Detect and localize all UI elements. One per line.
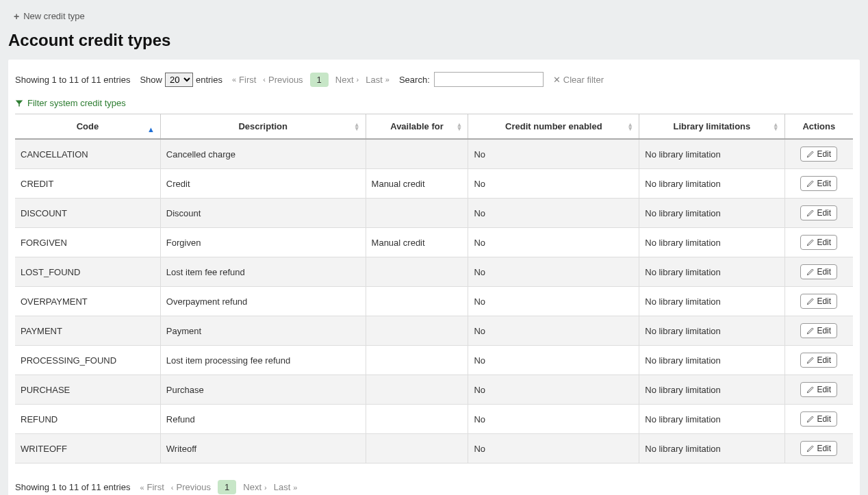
cell-library: No library limitation [639, 405, 784, 434]
pager-previous-bottom[interactable]: ‹ Previous [171, 482, 211, 492]
cell-code: PROCESSING_FOUND [15, 346, 160, 375]
chevron-left-icon: ‹ [171, 483, 174, 492]
page-size-select[interactable]: 20 [165, 73, 193, 87]
edit-button[interactable]: Edit [800, 411, 837, 427]
chevron-left-icon: ‹ [263, 75, 266, 84]
pager-first-bottom[interactable]: « First [140, 482, 164, 492]
edit-label: Edit [817, 296, 831, 306]
cell-description: Purchase [160, 375, 366, 405]
search-input[interactable] [434, 72, 544, 87]
table-row: PURCHASEPurchaseNoNo library limitationE… [15, 375, 853, 405]
edit-button[interactable]: Edit [800, 382, 837, 397]
cell-credit-number: No [468, 169, 639, 199]
chevron-double-right-icon: » [293, 483, 297, 492]
filter-icon [15, 99, 23, 107]
sort-asc-icon: ▲ [147, 125, 155, 133]
cell-code: PURCHASE [15, 375, 160, 405]
sort-icon: ▲▼ [773, 123, 779, 131]
cell-available-for [366, 139, 468, 169]
edit-button[interactable]: Edit [800, 176, 837, 191]
cell-description: Overpayment refund [160, 287, 366, 316]
chevron-double-left-icon: « [140, 483, 144, 492]
col-header-description[interactable]: Description ▲▼ [160, 114, 366, 140]
cell-actions: Edit [784, 169, 853, 199]
pager-next-bottom[interactable]: Next › [243, 482, 266, 492]
clear-filter-button[interactable]: ✕ Clear filter [553, 75, 604, 85]
credit-types-table: Code ▲ Description ▲▼ Available for ▲▼ C… [15, 114, 853, 464]
edit-button[interactable]: Edit [800, 264, 837, 279]
pencil-icon [806, 416, 814, 423]
cell-credit-number: No [468, 434, 639, 464]
pager-current-bottom: 1 [218, 480, 236, 494]
cell-library: No library limitation [639, 199, 784, 228]
edit-button[interactable]: Edit [800, 147, 837, 162]
cell-code: CREDIT [15, 169, 160, 199]
cell-actions: Edit [784, 434, 853, 464]
cell-actions: Edit [784, 316, 853, 346]
cell-actions: Edit [784, 199, 853, 228]
cell-available-for [366, 257, 468, 287]
cell-available-for [366, 287, 468, 316]
cell-description: Cancelled charge [160, 139, 366, 169]
cell-library: No library limitation [639, 169, 784, 199]
table-row: PAYMENTPaymentNoNo library limitationEdi… [15, 316, 853, 346]
entries-label: entries [196, 75, 222, 85]
pager-last-bottom[interactable]: Last » [274, 482, 298, 492]
edit-label: Edit [817, 355, 831, 365]
table-row: FORGIVENForgivenManual creditNoNo librar… [15, 228, 853, 257]
pencil-icon [806, 180, 814, 188]
pager-previous-top[interactable]: ‹ Previous [263, 75, 303, 85]
edit-label: Edit [817, 385, 831, 394]
col-header-code[interactable]: Code ▲ [15, 114, 160, 140]
new-credit-type-button[interactable]: + New credit type [8, 7, 90, 25]
edit-label: Edit [817, 326, 831, 335]
edit-label: Edit [817, 414, 831, 424]
entries-info-bottom: Showing 1 to 11 of 11 entries [15, 482, 130, 492]
cell-library: No library limitation [639, 228, 784, 257]
edit-label: Edit [817, 208, 831, 218]
col-header-available-for[interactable]: Available for ▲▼ [366, 114, 468, 140]
cell-code: PAYMENT [15, 316, 160, 346]
cell-description: Forgiven [160, 228, 366, 257]
edit-button[interactable]: Edit [800, 353, 837, 368]
search-label: Search: [399, 75, 430, 85]
cell-credit-number: No [468, 346, 639, 375]
cell-available-for [366, 346, 468, 375]
cell-code: REFUND [15, 405, 160, 434]
col-header-library[interactable]: Library limitations ▲▼ [639, 114, 784, 140]
show-label: Show [140, 75, 162, 85]
pager-last-top[interactable]: Last » [366, 75, 390, 85]
edit-label: Edit [817, 444, 831, 453]
cell-code: DISCOUNT [15, 199, 160, 228]
table-row: REFUNDRefundNoNo library limitationEdit [15, 405, 853, 434]
col-header-credit-number[interactable]: Credit number enabled ▲▼ [468, 114, 639, 140]
pager-next-top[interactable]: Next › [335, 75, 359, 85]
x-icon: ✕ [553, 75, 561, 85]
cell-code: OVERPAYMENT [15, 287, 160, 316]
cell-credit-number: No [468, 316, 639, 346]
edit-button[interactable]: Edit [800, 205, 837, 220]
edit-button[interactable]: Edit [800, 441, 837, 456]
cell-credit-number: No [468, 139, 639, 169]
cell-description: Lost item fee refund [160, 257, 366, 287]
cell-actions: Edit [784, 257, 853, 287]
cell-available-for: Manual credit [366, 169, 468, 199]
cell-description: Lost item processing fee refund [160, 346, 366, 375]
table-row: OVERPAYMENTOverpayment refundNoNo librar… [15, 287, 853, 316]
pencil-icon [806, 298, 814, 305]
pencil-icon [806, 239, 814, 246]
cell-available-for [366, 199, 468, 228]
cell-code: LOST_FOUND [15, 257, 160, 287]
pager-first-top[interactable]: « First [232, 75, 256, 85]
sort-icon: ▲▼ [627, 123, 633, 131]
edit-button[interactable]: Edit [800, 294, 837, 309]
pencil-icon [806, 357, 814, 364]
edit-label: Edit [817, 179, 831, 188]
cell-code: CANCELLATION [15, 139, 160, 169]
filter-system-link[interactable]: Filter system credit types [15, 98, 126, 108]
cell-credit-number: No [468, 257, 639, 287]
edit-button[interactable]: Edit [800, 235, 837, 250]
chevron-right-icon: › [357, 75, 359, 84]
chevron-double-right-icon: » [385, 75, 390, 84]
edit-button[interactable]: Edit [800, 323, 837, 338]
